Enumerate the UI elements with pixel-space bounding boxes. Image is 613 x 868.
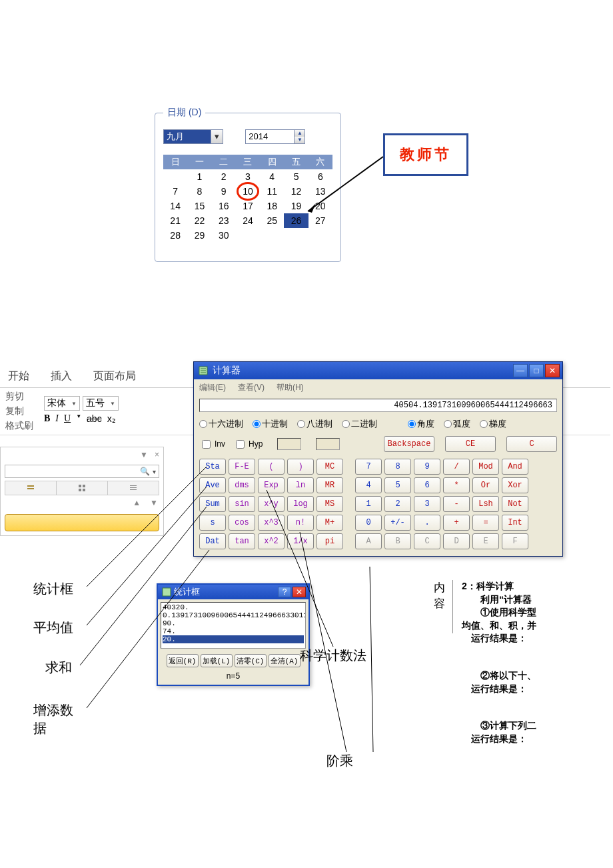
calendar-day[interactable]: 14 (163, 199, 187, 213)
calc-key-m[interactable]: M+ (316, 515, 343, 531)
month-select[interactable]: 九月 ▾ (163, 129, 223, 144)
subscript-button[interactable]: x₂ (107, 413, 116, 424)
nav-down-icon[interactable]: ▼ (150, 498, 158, 507)
calendar-day[interactable]: 28 (163, 228, 187, 243)
calendar-day[interactable]: 13 (308, 184, 332, 199)
calendar-day[interactable]: 11 (260, 184, 284, 199)
calendar-day[interactable]: 9 (212, 184, 236, 199)
menu-help[interactable]: 帮助(H) (277, 382, 304, 393)
calendar-day[interactable]: 18 (260, 199, 284, 213)
calc-key-5[interactable]: 5 (384, 477, 411, 493)
stats-return-button[interactable]: 返回(R) (167, 654, 199, 667)
calc-key-[interactable]: = (472, 515, 499, 531)
calc-key-6[interactable]: 6 (414, 477, 440, 493)
calc-key-mr[interactable]: MR (316, 477, 343, 493)
calc-key-lsh[interactable]: Lsh (472, 496, 499, 512)
calc-key-4[interactable]: 4 (355, 477, 382, 493)
nav-up-icon[interactable]: ▲ (133, 498, 141, 507)
cut-button[interactable]: 剪切 (5, 391, 33, 403)
calc-key-[interactable]: ( (258, 459, 285, 475)
calc-key-cos[interactable]: cos (229, 515, 255, 531)
radix-dec[interactable]: 十进制 (253, 418, 288, 430)
calc-key-x2[interactable]: x^2 (258, 533, 285, 549)
angle-deg[interactable]: 角度 (408, 418, 434, 430)
stats-line-selected[interactable]: 20. (163, 635, 304, 643)
calc-key-[interactable]: / (443, 459, 470, 475)
nav-tab-3[interactable] (108, 481, 159, 495)
nav-tab-2[interactable] (57, 481, 108, 495)
calendar-day[interactable]: 1 (187, 169, 211, 184)
calc-key-0[interactable]: 0 (355, 515, 382, 531)
calc-key-8[interactable]: 8 (384, 459, 411, 475)
calc-key-mod[interactable]: Mod (472, 459, 499, 475)
ce-button[interactable]: CE (445, 436, 496, 452)
stats-listbox[interactable]: 40320.0.1391731009600654441124966​633011… (161, 602, 306, 649)
radix-hex[interactable]: 十六进制 (199, 418, 243, 430)
stats-allclear-button[interactable]: 全清(A) (269, 654, 301, 667)
italic-button[interactable]: I (55, 413, 59, 424)
calc-key-not[interactable]: Not (502, 496, 528, 512)
year-up-icon[interactable]: ▲ (295, 130, 305, 137)
nav-tab-1[interactable] (5, 481, 57, 495)
font-size-select[interactable]: 五号▼ (83, 396, 119, 411)
stats-line[interactable]: 40320. (163, 603, 304, 611)
calc-key-exp[interactable]: Exp (258, 477, 285, 493)
calendar-day[interactable]: 29 (187, 228, 211, 243)
format-painter-button[interactable]: 格式刷 (5, 420, 33, 432)
calendar-day[interactable]: 22 (187, 213, 211, 228)
calc-key-1[interactable]: 1 (355, 496, 382, 512)
calc-key-int[interactable]: Int (502, 515, 528, 531)
calendar-day[interactable]: 19 (284, 199, 308, 213)
calendar-day[interactable]: 27 (308, 213, 332, 228)
navpane-search[interactable]: 🔍 ▾ (5, 465, 159, 478)
calc-key-x3[interactable]: x^3 (258, 515, 285, 531)
angle-rad[interactable]: 弧度 (444, 418, 470, 430)
calendar-day[interactable]: 6 (308, 169, 332, 184)
calc-key-pi[interactable]: pi (316, 533, 343, 549)
calendar-day[interactable]: 16 (212, 199, 236, 213)
bold-button[interactable]: B (44, 413, 50, 424)
menu-view[interactable]: 查看(V) (238, 382, 265, 393)
calc-key-n[interactable]: n! (287, 515, 314, 531)
calc-key-log[interactable]: log (287, 496, 314, 512)
backspace-button[interactable]: Backspace (384, 436, 434, 452)
calc-key-or[interactable]: Or (472, 477, 499, 493)
calc-key-7[interactable]: 7 (355, 459, 382, 475)
calc-key-mc[interactable]: MC (316, 459, 343, 475)
calc-key-ms[interactable]: MS (316, 496, 343, 512)
calc-key-dms[interactable]: dms (229, 477, 255, 493)
year-spinner[interactable]: 2014 ▲ ▼ (245, 129, 305, 144)
nav-heading-item[interactable] (5, 514, 159, 531)
navpane-dropdown-icon[interactable]: ▼ (140, 450, 148, 459)
stats-load-button[interactable]: 加载(L) (201, 654, 233, 667)
calendar-day[interactable]: 12 (284, 184, 308, 199)
calc-key-xy[interactable]: x^y (258, 496, 285, 512)
calc-key-[interactable]: + (443, 515, 470, 531)
month-dropdown-icon[interactable]: ▾ (211, 130, 223, 143)
calendar-day[interactable]: 17 (236, 199, 260, 213)
calendar-day[interactable]: 15 (187, 199, 211, 213)
calendar-day[interactable]: 2 (212, 169, 236, 184)
calc-key-ave[interactable]: Ave (199, 477, 226, 493)
radix-bin[interactable]: 二进制 (342, 418, 377, 430)
inv-checkbox[interactable]: Inv (199, 438, 225, 451)
calendar-day[interactable]: 23 (212, 213, 236, 228)
tab-layout[interactable]: 页面布局 (83, 365, 147, 387)
radix-oct[interactable]: 八进制 (297, 418, 332, 430)
calendar-day[interactable]: 25 (260, 213, 284, 228)
hyp-checkbox[interactable]: Hyp (233, 438, 263, 451)
calendar-day[interactable]: 10 (236, 184, 260, 199)
calc-key-9[interactable]: 9 (414, 459, 440, 475)
stats-clear-button[interactable]: 清零(C) (235, 654, 267, 667)
calc-key-sum[interactable]: Sum (199, 496, 226, 512)
calendar-day[interactable]: 20 (308, 199, 332, 213)
calc-key-sin[interactable]: sin (229, 496, 255, 512)
stats-line[interactable]: 0.1391731009600654441124966​6330111 (163, 611, 304, 619)
font-name-select[interactable]: 宋体▼ (44, 396, 80, 411)
calc-key-2[interactable]: 2 (384, 496, 411, 512)
calendar-day[interactable]: 7 (163, 184, 187, 199)
tab-insert[interactable]: 插入 (40, 365, 83, 387)
calc-key-[interactable]: ) (287, 459, 314, 475)
calc-key-fe[interactable]: F-E (229, 459, 255, 475)
calendar-day[interactable]: 4 (260, 169, 284, 184)
